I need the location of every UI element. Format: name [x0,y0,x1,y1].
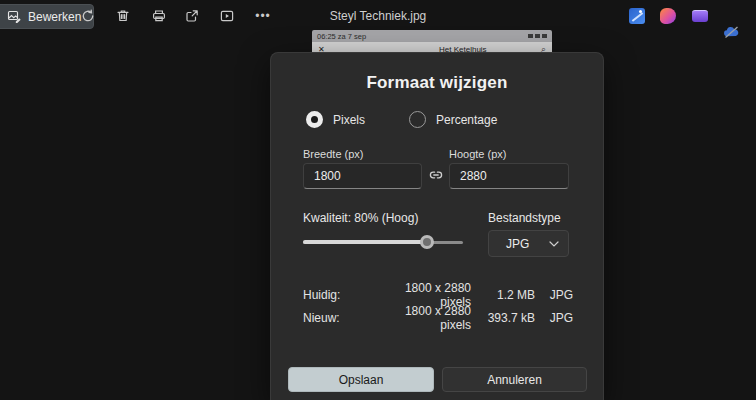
width-label: Breedte (px) [303,148,364,160]
print-icon[interactable] [145,4,173,28]
height-label: Hoogte (px) [449,148,506,160]
summary-current-size: 1.2 MB [471,288,535,302]
quality-slider-thumb[interactable] [420,235,434,249]
quality-label: Kwaliteit: 80% (Hoog) [303,211,418,225]
summary-new-format: JPG [535,311,573,325]
size-summary: Huidig: 1800 x 2880 pixels 1.2 MB JPG Ni… [303,283,573,329]
radio-percentage-dot[interactable] [409,111,426,128]
clipchamp-app-icon[interactable] [692,10,708,22]
link-dimensions-icon[interactable] [427,166,445,184]
designer-app-icon[interactable] [660,8,676,24]
width-input[interactable] [303,163,422,189]
filetype-label: Bestandstype [488,211,561,225]
summary-current-label: Huidig: [303,288,373,302]
radio-pixels-dot[interactable] [306,111,323,128]
chevron-down-icon [549,241,559,247]
cancel-button[interactable]: Annuleren [442,367,587,392]
unit-radio-group: Pixels Percentage [306,111,497,128]
quality-slider-fill [303,240,423,244]
summary-new-label: Nieuw: [303,311,373,325]
image-edit-app-icon[interactable] [629,8,645,24]
summary-row-new: Nieuw: 1800 x 2880 pixels 393.7 kB JPG [303,306,573,329]
cloud-offline-icon[interactable] [723,24,739,40]
share-icon[interactable] [178,4,206,28]
filetype-dropdown[interactable]: JPG [488,230,569,257]
resize-dialog: Formaat wijzigen Pixels Percentage Breed… [270,52,604,400]
slideshow-icon[interactable] [213,4,241,28]
photo-statusbar: 06:25 za 7 sep [312,30,552,42]
radio-percentage[interactable]: Percentage [409,111,497,128]
radio-percentage-label: Percentage [436,113,497,127]
photo-status-time: 06:25 za 7 sep [317,32,366,41]
save-button[interactable]: Opslaan [288,367,434,392]
summary-current-format: JPG [535,288,573,302]
height-input[interactable] [449,163,569,189]
photo-status-icons [528,34,547,38]
toolbar: Bewerken [0,0,756,32]
photos-app-window: Bewerken [0,0,756,400]
edit-image-icon [7,9,22,24]
summary-new-size: 393.7 kB [471,311,535,325]
delete-icon[interactable] [109,4,137,28]
summary-new-dimensions: 1800 x 2880 pixels [373,304,471,332]
dialog-title: Formaat wijzigen [271,73,603,93]
rotate-icon[interactable] [74,4,102,28]
quality-slider[interactable] [303,234,463,250]
filetype-value: JPG [506,237,529,251]
radio-pixels-label: Pixels [333,113,365,127]
more-icon[interactable]: ••• [249,4,277,28]
radio-pixels[interactable]: Pixels [306,111,365,128]
